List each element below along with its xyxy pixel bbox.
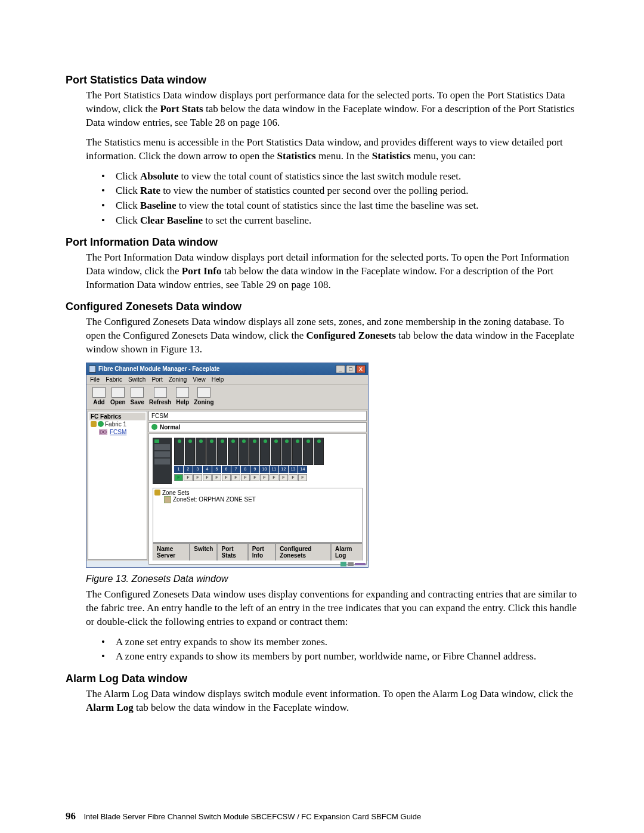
toolbar-save[interactable]: Save: [131, 387, 144, 405]
menu-zoning[interactable]: Zoning: [169, 376, 187, 383]
port-slot[interactable]: [217, 438, 227, 465]
fcsm-label: FCSM: [110, 429, 126, 435]
bold-alarm-log: Alarm Log: [86, 702, 134, 713]
port-slot[interactable]: [174, 438, 184, 465]
port-info-p1: The Port Information Data window display…: [86, 251, 578, 292]
sidebar-header: FC Fabrics: [89, 413, 145, 420]
list-item: A zone entry expands to show its members…: [101, 649, 578, 664]
port-type: F: [270, 474, 278, 481]
port-number: 10: [260, 466, 269, 473]
maximize-button[interactable]: □: [346, 365, 355, 373]
port-slot[interactable]: [228, 438, 238, 465]
menu-port[interactable]: Port: [151, 376, 162, 383]
list-item: A zone set entry expands to show its mem…: [101, 635, 578, 650]
minimize-button[interactable]: _: [336, 365, 345, 373]
menu-fabric[interactable]: Fabric: [106, 376, 122, 383]
figure-caption: Figure 13. Zonesets Data window: [86, 574, 578, 584]
port-slot[interactable]: [249, 438, 259, 465]
open-icon: [112, 387, 125, 398]
port-slot[interactable]: [303, 438, 313, 465]
port-number: 14: [298, 466, 307, 473]
text: tab below the data window in the Facepla…: [134, 702, 349, 713]
app-icon: [89, 366, 96, 373]
port-number: 1: [174, 466, 183, 473]
toolbar-refresh[interactable]: Refresh: [149, 387, 171, 405]
tab-port-info[interactable]: Port Info: [248, 543, 275, 561]
port-slot[interactable]: [206, 438, 216, 465]
tab-configured-zonesets[interactable]: Configured Zonesets: [275, 543, 331, 561]
tab-name-server[interactable]: Name Server: [153, 543, 190, 561]
heading-port-info: Port Information Data window: [66, 236, 578, 249]
port-slot[interactable]: [281, 438, 292, 465]
port-slot[interactable]: [185, 438, 195, 465]
port-type: F: [231, 474, 240, 481]
switch-panel: 1234567891011121314 FFFFFFFFFFFFFF Zone …: [148, 433, 367, 565]
port-slot[interactable]: [271, 438, 281, 465]
toolbar-add[interactable]: Add: [92, 387, 106, 405]
data-window-tabs: Name Server Switch Port Stats Port Info …: [153, 543, 363, 561]
zonesets-root[interactable]: Zone Sets: [154, 490, 361, 496]
toolbar-zoning[interactable]: Zoning: [194, 387, 213, 405]
text: Click: [116, 185, 140, 196]
fabric-tree-row[interactable]: Fabric 1: [89, 420, 145, 428]
port-type: F: [174, 474, 183, 481]
fcsm-badge-icon: DO: [99, 429, 107, 435]
alarm-p1: The Alarm Log Data window displays switc…: [86, 688, 578, 715]
menu-help[interactable]: Help: [212, 376, 224, 383]
bold-port-stats: Port Stats: [160, 103, 203, 114]
toolbar: Add Open Save Refresh Help Zoning: [86, 385, 368, 410]
port-type: F: [193, 474, 202, 481]
port-number: 6: [222, 466, 231, 473]
tab-port-stats[interactable]: Port Stats: [217, 543, 247, 561]
status-row: Normal: [148, 422, 367, 432]
port-number: 3: [193, 466, 202, 473]
port-number: 8: [241, 466, 250, 473]
zoneset-entry[interactable]: ZoneSet: ORPHAN ZONE SET: [154, 496, 361, 503]
port-number: 4: [203, 466, 212, 473]
fcsm-tree-row[interactable]: DO FCSM: [89, 428, 145, 436]
zonesets-label: Zone Sets: [162, 490, 190, 496]
status-name: FCSM: [151, 413, 168, 419]
tab-alarm-log[interactable]: Alarm Log: [331, 543, 363, 561]
port-slot[interactable]: [196, 438, 206, 465]
status-icon-2: [348, 562, 354, 566]
port-number: 5: [212, 466, 221, 473]
bold-rate: Rate: [140, 185, 160, 196]
menu-switch[interactable]: Switch: [128, 376, 145, 383]
faceplate-screenshot: Fibre Channel Module Manager - Faceplate…: [86, 363, 369, 568]
text: to view the total count of statistics si…: [177, 200, 479, 211]
zoneset-entry-label: ZoneSet: ORPHAN ZONE SET: [173, 496, 256, 503]
port-stats-p2: The Statistics menu is accessible in the…: [86, 136, 578, 163]
zoneset-icon: [164, 496, 171, 503]
text: The Alarm Log Data window displays switc…: [86, 688, 573, 699]
zonesets-p2: The Configured Zonesets Data window uses…: [86, 588, 578, 629]
zonesets-p1: The Configured Zonesets Data window disp…: [86, 315, 578, 357]
text: menu. In the: [316, 150, 372, 162]
port-type: F: [298, 474, 307, 481]
help-icon: [176, 387, 189, 398]
menu-view[interactable]: View: [193, 376, 206, 383]
port-slot[interactable]: [239, 438, 249, 465]
text: Click: [116, 215, 140, 226]
toolbar-help[interactable]: Help: [176, 387, 189, 405]
port-number: 9: [250, 466, 259, 473]
port-slot[interactable]: [292, 438, 302, 465]
port-number: 2: [184, 466, 193, 473]
text: to view the number of statistics counted…: [160, 185, 468, 196]
save-icon: [131, 387, 144, 398]
page-number: 96: [66, 810, 76, 822]
toolbar-open[interactable]: Open: [110, 387, 126, 405]
port-type: F: [222, 474, 231, 481]
port-type: F: [184, 474, 193, 481]
add-icon: [92, 387, 106, 398]
port-type: F: [250, 474, 259, 481]
status-bar: FCSM: [148, 411, 367, 421]
heading-alarm-log: Alarm Log Data window: [66, 673, 578, 685]
tab-switch[interactable]: Switch: [190, 543, 217, 561]
port-slot[interactable]: [314, 438, 324, 465]
port-slot[interactable]: [260, 438, 270, 465]
zonesets-bullets: A zone set entry expands to show its mem…: [101, 635, 578, 664]
menu-file[interactable]: File: [90, 376, 100, 383]
page-footer: 96 Intel Blade Server Fibre Channel Swit…: [66, 810, 578, 822]
close-button[interactable]: X: [356, 365, 366, 373]
